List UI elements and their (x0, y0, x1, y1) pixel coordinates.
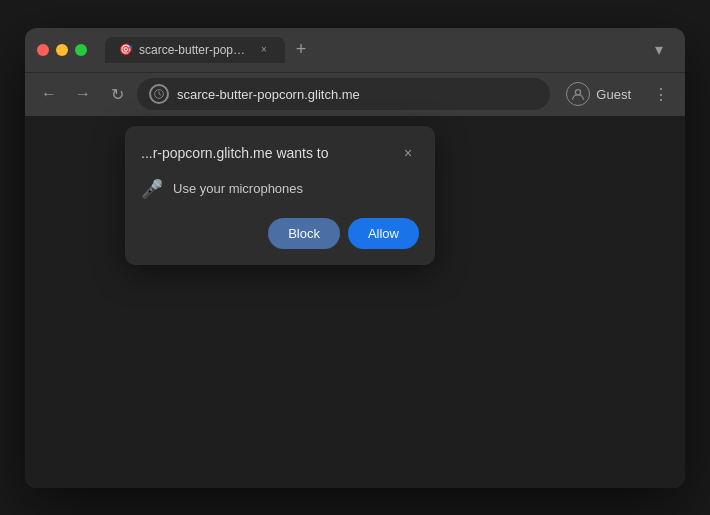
title-bar: 🎯 scarce-butter-popcorn.glitch × + ▾ (25, 28, 685, 72)
browser-window: 🎯 scarce-butter-popcorn.glitch × + ▾ ← →… (25, 28, 685, 488)
svg-point-1 (576, 90, 581, 95)
popup-header: ...r-popcorn.glitch.me wants to × (141, 142, 419, 164)
maximize-window-button[interactable] (75, 44, 87, 56)
new-tab-button[interactable]: + (289, 38, 313, 62)
back-button[interactable]: ← (35, 80, 63, 108)
chrome-menu-button[interactable]: ⋮ (647, 80, 675, 108)
allow-button[interactable]: Allow (348, 218, 419, 249)
popup-title: ...r-popcorn.glitch.me wants to (141, 145, 329, 161)
minimize-window-button[interactable] (56, 44, 68, 56)
guest-label: Guest (596, 87, 631, 102)
permission-description: Use your microphones (173, 181, 303, 196)
permission-popup: ...r-popcorn.glitch.me wants to × 🎤 Use … (125, 126, 435, 265)
active-tab[interactable]: 🎯 scarce-butter-popcorn.glitch × (105, 37, 285, 63)
forward-button[interactable]: → (69, 80, 97, 108)
nav-bar: ← → ↻ scarce-butter-popcorn.glitch.me Gu… (25, 72, 685, 116)
guest-profile-button[interactable]: Guest (556, 78, 641, 110)
popup-actions: Block Allow (141, 218, 419, 249)
popup-permission-row: 🎤 Use your microphones (141, 178, 419, 200)
tab-title: scarce-butter-popcorn.glitch (139, 43, 251, 57)
guest-avatar (566, 82, 590, 106)
site-info-icon[interactable] (149, 84, 169, 104)
reload-button[interactable]: ↻ (103, 80, 131, 108)
microphone-icon: 🎤 (141, 178, 163, 200)
tab-close-button[interactable]: × (257, 43, 271, 57)
close-window-button[interactable] (37, 44, 49, 56)
address-bar[interactable]: scarce-butter-popcorn.glitch.me (137, 78, 550, 110)
tab-dropdown-button[interactable]: ▾ (645, 36, 673, 64)
url-text: scarce-butter-popcorn.glitch.me (177, 87, 538, 102)
block-button[interactable]: Block (268, 218, 340, 249)
tab-bar: 🎯 scarce-butter-popcorn.glitch × + (105, 37, 637, 63)
browser-content: ...r-popcorn.glitch.me wants to × 🎤 Use … (25, 116, 685, 488)
tab-favicon-icon: 🎯 (119, 43, 133, 56)
traffic-lights (37, 44, 87, 56)
popup-close-button[interactable]: × (397, 142, 419, 164)
